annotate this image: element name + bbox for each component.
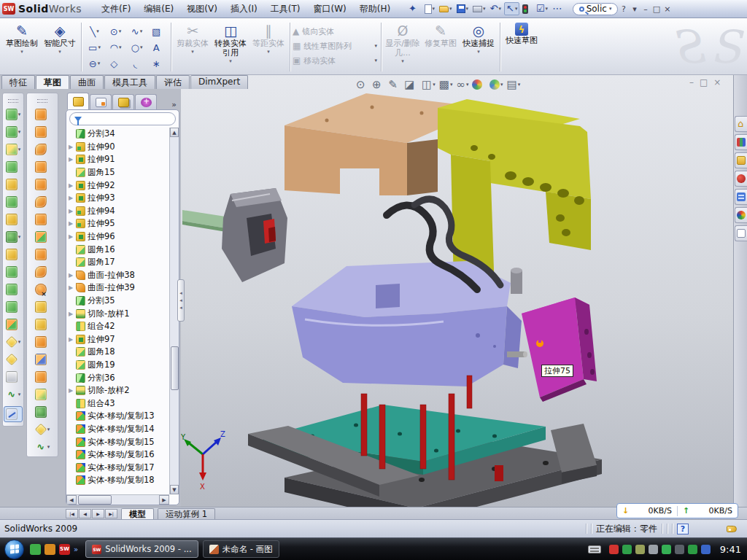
save-icon[interactable]: ▾ xyxy=(455,4,471,14)
tree-item[interactable]: ▶ 实体-移动/复制16 xyxy=(68,448,169,462)
mirror-feature-icon[interactable]: ▾ xyxy=(6,284,21,295)
zoom-fit-icon[interactable]: ⊙▾ xyxy=(355,78,369,91)
tree-item[interactable]: ▶ 实体-移动/复制13 xyxy=(68,410,169,423)
fillet-surface-icon[interactable]: ▾ xyxy=(35,389,50,400)
tree-item[interactable]: ▶ 实体-移动/复制18 xyxy=(68,474,169,487)
doc-close-button[interactable]: × xyxy=(713,77,721,88)
volume-tray-icon[interactable] xyxy=(649,545,658,554)
quick-launch-solidworks-icon[interactable]: SW xyxy=(59,544,70,555)
command-tab[interactable]: 模具工具 xyxy=(104,75,155,89)
status-help-button[interactable]: ? xyxy=(677,524,689,534)
menu-item[interactable]: 文件(F) xyxy=(95,1,137,18)
ellipse-icon[interactable]: ○▾ xyxy=(126,39,147,55)
hole-wizard-icon[interactable]: ▾ xyxy=(6,214,21,225)
command-tab[interactable]: 曲面 xyxy=(70,75,104,89)
extruded-surface-icon[interactable]: ▾ xyxy=(35,109,50,120)
surface-ref-geometry-icon[interactable]: ▾ xyxy=(35,424,50,435)
section-view-icon[interactable]: ◪▾ xyxy=(403,78,419,91)
task-solidworks[interactable]: SW SolidWorks 2009 - ... xyxy=(85,540,198,558)
trim-surface-icon[interactable]: ▾ xyxy=(35,354,50,365)
start-button[interactable] xyxy=(4,540,24,559)
menu-item[interactable]: 插入(I) xyxy=(224,1,264,18)
tree-item[interactable]: ▶ 拉伸91 xyxy=(68,153,169,166)
surface-fillet-icon[interactable]: ▾ xyxy=(35,266,50,278)
tree-item[interactable]: ▶ 圆角17 xyxy=(68,256,169,269)
tree-item[interactable]: ▶ 分割35 xyxy=(68,295,169,308)
draft-icon[interactable]: ▾ xyxy=(6,266,21,278)
trim-entities-button[interactable]: ✂ 剪裁实体 ▾ xyxy=(174,20,212,74)
rapid-sketch-button[interactable]: ϟ 快速草图 xyxy=(503,20,541,74)
tab-nav-button[interactable]: ◀ xyxy=(79,509,91,518)
new-document-icon[interactable]: ▾ xyxy=(423,4,437,15)
tree-item[interactable]: ▶ 组合43 xyxy=(68,397,169,410)
surface-curves-icon[interactable]: ▾ xyxy=(35,441,50,453)
view-orientation-icon[interactable]: ◫▾ xyxy=(421,78,436,91)
update-tray-icon[interactable] xyxy=(635,545,645,554)
lofted-boss-icon[interactable]: ▾ xyxy=(6,179,21,190)
network-tray-icon[interactable] xyxy=(675,545,684,554)
tag-icon[interactable] xyxy=(727,526,737,532)
tab-nav-button[interactable]: |◀ xyxy=(66,509,78,518)
delete-face-icon[interactable]: ▾ xyxy=(35,284,50,295)
tree-item[interactable]: ▶ 组合42 xyxy=(68,320,169,333)
command-tab[interactable]: 特征 xyxy=(1,75,35,89)
filled-surface-icon[interactable]: ▾ xyxy=(35,196,50,208)
tree-item[interactable]: ▶ 圆角15 xyxy=(68,166,169,179)
help-button[interactable]: ? xyxy=(618,4,629,14)
options-icon[interactable]: ☑▾ xyxy=(535,3,549,15)
sketch-button[interactable]: ✎ 草图绘制 ▾ xyxy=(3,20,41,74)
linear-sketch-pattern-button[interactable]: ▦线性草图阵列▾ xyxy=(293,39,379,53)
command-tab[interactable]: 草图 xyxy=(36,75,69,89)
tree-item[interactable]: ▶ 分割34 xyxy=(68,128,169,141)
file-explorer-tab[interactable] xyxy=(735,152,747,168)
swept-surface-icon[interactable]: ▾ xyxy=(35,144,50,155)
command-tab[interactable]: DimXpert xyxy=(190,75,248,89)
command-tab[interactable]: 评估 xyxy=(156,75,190,89)
panel-splitter-handle[interactable]: ◂◂◂ xyxy=(177,279,185,322)
select-arrow-icon[interactable]: ↖▾ xyxy=(504,2,519,15)
zoom-area-icon[interactable]: ⊕▾ xyxy=(371,78,385,91)
menu-item[interactable]: 视图(V) xyxy=(180,1,224,18)
revolved-surface-icon[interactable]: ▾ xyxy=(35,126,50,138)
tree-filter-input[interactable] xyxy=(69,112,176,125)
line-icon[interactable]: ╲▾ xyxy=(84,23,105,39)
offset-surface-icon[interactable]: ▾ xyxy=(35,249,50,260)
plane-icon[interactable]: ▾ xyxy=(6,354,21,365)
open-icon[interactable]: ▾ xyxy=(438,5,454,13)
shell-icon[interactable]: ▾ xyxy=(6,196,21,208)
smart-dimension-button[interactable]: ◈ 智能尺寸 ▾ xyxy=(41,20,79,74)
tab-nav-button[interactable]: ▶ xyxy=(92,509,104,518)
tree-item[interactable]: ▶ 切除-放样2 xyxy=(68,384,169,397)
toolbar-more-icon[interactable]: ⋯▾ xyxy=(551,3,567,15)
document-tab[interactable]: 运动算例 1 xyxy=(158,508,215,519)
menu-item[interactable]: 工具(T) xyxy=(264,1,307,18)
tree-item[interactable]: ▶ 拉伸92 xyxy=(68,179,169,192)
extruded-boss-icon[interactable]: ▾ xyxy=(6,109,21,120)
sketch-fillet-icon[interactable]: ◟▾ xyxy=(126,55,147,71)
rebuild-icon[interactable]: ▾ xyxy=(521,4,533,15)
replace-face-icon[interactable]: ▾ xyxy=(35,301,50,313)
content-central-tab[interactable] xyxy=(735,171,747,187)
search-input[interactable]: Solic ▾ xyxy=(573,3,619,15)
scroll-thumb[interactable] xyxy=(171,346,179,390)
edit-appearance-icon[interactable]: ▾ xyxy=(471,79,487,90)
circle-icon[interactable]: ⊙▾ xyxy=(105,23,126,39)
rectangle-icon[interactable]: ▭▾ xyxy=(84,39,105,55)
tree-horizontal-scrollbar[interactable]: ◀ ▶ xyxy=(66,494,169,505)
quick-launch-overflow[interactable]: » xyxy=(74,545,78,553)
display-delete-relations-button[interactable]: Ø 显示/删除几... ▾ xyxy=(384,20,422,74)
fillet-icon[interactable]: ▾ xyxy=(6,144,21,155)
hscroll-thumb[interactable] xyxy=(78,495,112,505)
pin-icon[interactable]: ✦▾ xyxy=(407,3,421,15)
tree-item[interactable]: ▶ 曲面-拉伸38 xyxy=(68,269,169,282)
scroll-left-icon[interactable]: ◀ xyxy=(66,495,77,505)
undo-icon[interactable]: ↶▾ xyxy=(489,3,503,15)
axis-icon[interactable]: ▾ xyxy=(6,371,21,383)
tree-item[interactable]: ▶ 拉伸93 xyxy=(68,192,169,205)
quick-launch-player-icon[interactable] xyxy=(44,544,55,555)
parting-surface-icon[interactable]: ▾ xyxy=(35,319,50,330)
antivirus-tray-icon[interactable] xyxy=(609,545,619,554)
tree-item[interactable]: ▶ 拉伸90 xyxy=(68,141,169,154)
quick-launch-messenger-icon[interactable] xyxy=(30,544,41,555)
tree-item[interactable]: ▶ 实体-移动/复制14 xyxy=(68,423,169,436)
